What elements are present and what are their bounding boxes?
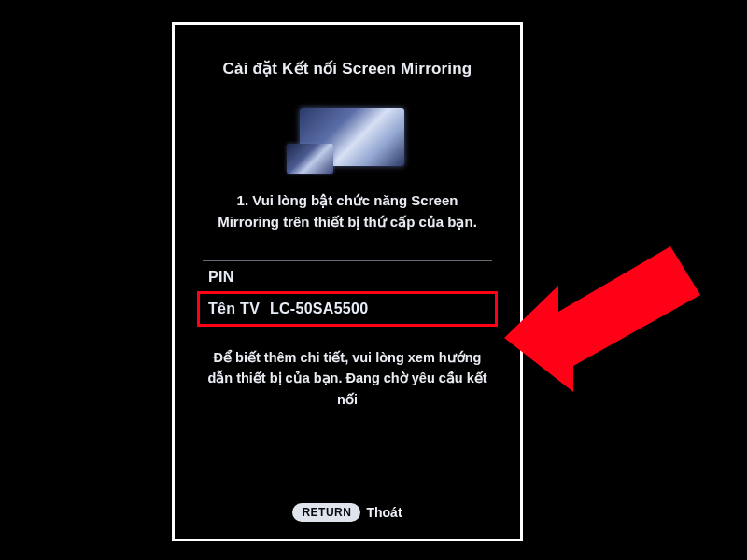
return-button[interactable]: RETURN bbox=[292, 503, 360, 522]
tvname-row: Tên TV LC-50SA5500 bbox=[203, 293, 492, 325]
dialog-title: Cài đặt Kết nối Screen Mirroring bbox=[180, 59, 514, 78]
return-row: RETURN Thoát bbox=[180, 503, 514, 522]
tvname-label: Tên TV bbox=[208, 301, 260, 317]
instruction-text: 1. Vui lòng bật chức năng Screen Mirrori… bbox=[207, 190, 487, 232]
tvname-value: LC-50SA5500 bbox=[270, 301, 369, 317]
return-button-label: Thoát bbox=[366, 505, 402, 520]
pin-label: PIN bbox=[208, 269, 234, 286]
footnote-text: Để biết thêm chi tiết, vui lòng xem hướn… bbox=[203, 347, 492, 410]
connection-info: PIN Tên TV LC-50SA5500 bbox=[203, 260, 492, 325]
dialog-panel: Cài đặt Kết nối Screen Mirroring 1. Vui … bbox=[180, 31, 514, 533]
annotation-arrow-icon bbox=[504, 228, 719, 396]
screen-mirroring-icon bbox=[287, 103, 408, 177]
svg-marker-0 bbox=[504, 246, 700, 392]
pin-row: PIN bbox=[203, 261, 492, 293]
dialog-frame: Cài đặt Kết nối Screen Mirroring 1. Vui … bbox=[172, 22, 523, 541]
